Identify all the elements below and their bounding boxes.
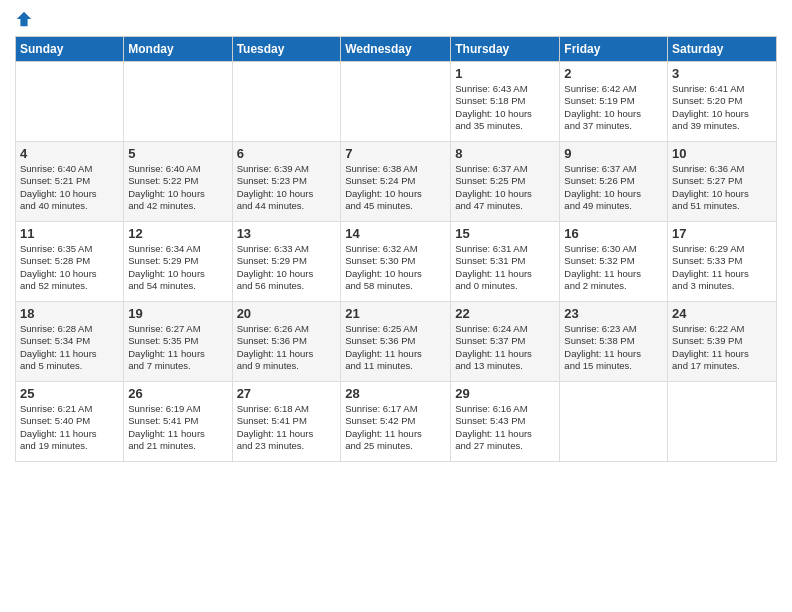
day-info: Sunset: 5:39 PM <box>672 335 772 347</box>
day-info: Sunset: 5:36 PM <box>345 335 446 347</box>
calendar-cell: 15Sunrise: 6:31 AMSunset: 5:31 PMDayligh… <box>451 222 560 302</box>
day-info: Daylight: 11 hours <box>564 348 663 360</box>
week-row-3: 18Sunrise: 6:28 AMSunset: 5:34 PMDayligh… <box>16 302 777 382</box>
day-info: and 56 minutes. <box>237 280 337 292</box>
day-info: Daylight: 10 hours <box>455 108 555 120</box>
day-info: Sunset: 5:41 PM <box>128 415 227 427</box>
day-info: Daylight: 10 hours <box>672 188 772 200</box>
day-info: Sunrise: 6:25 AM <box>345 323 446 335</box>
day-info: Sunset: 5:40 PM <box>20 415 119 427</box>
day-info: Sunrise: 6:19 AM <box>128 403 227 415</box>
day-info: Daylight: 10 hours <box>564 108 663 120</box>
day-info: Daylight: 10 hours <box>237 268 337 280</box>
day-number: 14 <box>345 226 446 241</box>
day-info: Sunset: 5:33 PM <box>672 255 772 267</box>
calendar-cell: 22Sunrise: 6:24 AMSunset: 5:37 PMDayligh… <box>451 302 560 382</box>
day-info: Sunset: 5:28 PM <box>20 255 119 267</box>
day-info: Daylight: 10 hours <box>237 188 337 200</box>
logo <box>15 10 33 28</box>
day-number: 8 <box>455 146 555 161</box>
day-info: Sunset: 5:22 PM <box>128 175 227 187</box>
calendar-cell: 26Sunrise: 6:19 AMSunset: 5:41 PMDayligh… <box>124 382 232 462</box>
day-number: 29 <box>455 386 555 401</box>
day-header-friday: Friday <box>560 37 668 62</box>
day-info: and 42 minutes. <box>128 200 227 212</box>
day-info: Daylight: 10 hours <box>20 188 119 200</box>
day-info: Sunrise: 6:27 AM <box>128 323 227 335</box>
day-info: Sunset: 5:25 PM <box>455 175 555 187</box>
calendar-cell: 29Sunrise: 6:16 AMSunset: 5:43 PMDayligh… <box>451 382 560 462</box>
day-info: Daylight: 11 hours <box>237 348 337 360</box>
day-info: Sunset: 5:23 PM <box>237 175 337 187</box>
day-number: 19 <box>128 306 227 321</box>
day-info: Sunset: 5:31 PM <box>455 255 555 267</box>
day-info: Daylight: 10 hours <box>128 268 227 280</box>
calendar-cell: 12Sunrise: 6:34 AMSunset: 5:29 PMDayligh… <box>124 222 232 302</box>
day-info: Daylight: 10 hours <box>455 188 555 200</box>
day-number: 13 <box>237 226 337 241</box>
calendar-cell <box>341 62 451 142</box>
day-info: Sunrise: 6:37 AM <box>455 163 555 175</box>
day-info: Sunrise: 6:29 AM <box>672 243 772 255</box>
calendar-cell: 3Sunrise: 6:41 AMSunset: 5:20 PMDaylight… <box>668 62 777 142</box>
day-info: Sunrise: 6:42 AM <box>564 83 663 95</box>
svg-marker-0 <box>17 12 31 26</box>
calendar-cell <box>560 382 668 462</box>
day-info: and 37 minutes. <box>564 120 663 132</box>
day-info: Sunrise: 6:30 AM <box>564 243 663 255</box>
day-info: and 54 minutes. <box>128 280 227 292</box>
day-info: Sunset: 5:29 PM <box>128 255 227 267</box>
day-info: Sunset: 5:42 PM <box>345 415 446 427</box>
day-number: 4 <box>20 146 119 161</box>
day-info: and 15 minutes. <box>564 360 663 372</box>
calendar-cell: 6Sunrise: 6:39 AMSunset: 5:23 PMDaylight… <box>232 142 341 222</box>
day-info: and 27 minutes. <box>455 440 555 452</box>
day-info: and 19 minutes. <box>20 440 119 452</box>
day-number: 22 <box>455 306 555 321</box>
calendar-cell: 5Sunrise: 6:40 AMSunset: 5:22 PMDaylight… <box>124 142 232 222</box>
day-info: Sunrise: 6:22 AM <box>672 323 772 335</box>
day-info: and 58 minutes. <box>345 280 446 292</box>
day-info: and 47 minutes. <box>455 200 555 212</box>
day-number: 24 <box>672 306 772 321</box>
day-info: Sunset: 5:32 PM <box>564 255 663 267</box>
day-header-sunday: Sunday <box>16 37 124 62</box>
day-info: Sunset: 5:35 PM <box>128 335 227 347</box>
day-number: 26 <box>128 386 227 401</box>
calendar-cell <box>668 382 777 462</box>
day-number: 27 <box>237 386 337 401</box>
day-number: 28 <box>345 386 446 401</box>
day-info: and 49 minutes. <box>564 200 663 212</box>
calendar-cell: 10Sunrise: 6:36 AMSunset: 5:27 PMDayligh… <box>668 142 777 222</box>
calendar-cell <box>232 62 341 142</box>
day-info: Sunrise: 6:26 AM <box>237 323 337 335</box>
day-number: 11 <box>20 226 119 241</box>
day-number: 12 <box>128 226 227 241</box>
day-info: Sunrise: 6:17 AM <box>345 403 446 415</box>
day-info: Daylight: 11 hours <box>128 428 227 440</box>
day-info: Sunset: 5:37 PM <box>455 335 555 347</box>
day-number: 15 <box>455 226 555 241</box>
day-info: Sunset: 5:41 PM <box>237 415 337 427</box>
day-info: and 7 minutes. <box>128 360 227 372</box>
day-info: Sunrise: 6:39 AM <box>237 163 337 175</box>
day-info: Sunrise: 6:43 AM <box>455 83 555 95</box>
day-info: Daylight: 11 hours <box>345 428 446 440</box>
day-info: Sunrise: 6:37 AM <box>564 163 663 175</box>
day-info: Daylight: 11 hours <box>672 268 772 280</box>
day-number: 5 <box>128 146 227 161</box>
calendar-cell: 20Sunrise: 6:26 AMSunset: 5:36 PMDayligh… <box>232 302 341 382</box>
day-info: and 52 minutes. <box>20 280 119 292</box>
calendar-cell: 27Sunrise: 6:18 AMSunset: 5:41 PMDayligh… <box>232 382 341 462</box>
day-info: Daylight: 11 hours <box>455 348 555 360</box>
day-info: Sunrise: 6:40 AM <box>128 163 227 175</box>
calendar-cell: 13Sunrise: 6:33 AMSunset: 5:29 PMDayligh… <box>232 222 341 302</box>
day-number: 6 <box>237 146 337 161</box>
week-row-2: 11Sunrise: 6:35 AMSunset: 5:28 PMDayligh… <box>16 222 777 302</box>
day-info: and 51 minutes. <box>672 200 772 212</box>
day-info: and 17 minutes. <box>672 360 772 372</box>
day-number: 20 <box>237 306 337 321</box>
day-header-saturday: Saturday <box>668 37 777 62</box>
day-info: Daylight: 11 hours <box>455 268 555 280</box>
calendar-cell: 9Sunrise: 6:37 AMSunset: 5:26 PMDaylight… <box>560 142 668 222</box>
